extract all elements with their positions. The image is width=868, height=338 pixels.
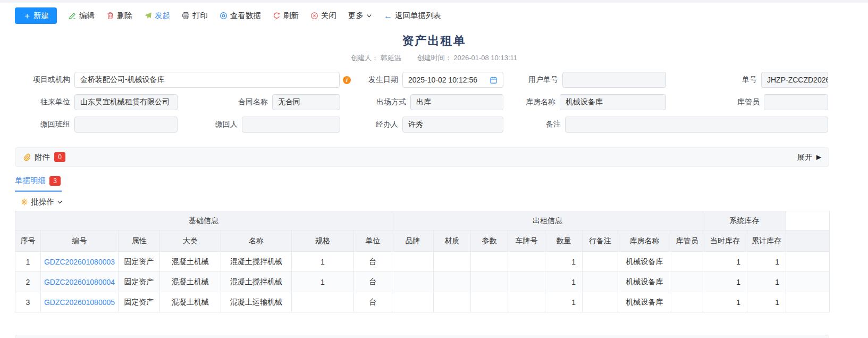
plus-icon: ＋ [23,12,31,20]
field-project: 项目或机构 金桥装配公司-机械设备库 i [16,72,351,88]
table-cell-filler [786,292,830,312]
tab-detail[interactable]: 单据明细 3 [15,175,62,192]
column-header: 编号 [41,230,119,252]
table-cell: 台 [354,292,392,312]
remark-input[interactable] [565,117,828,133]
column-header: 属性 [119,230,160,252]
expand-button[interactable]: 展开 ▶ [797,152,821,162]
table-cell: 1 [747,252,786,272]
field-user-doc-no: 用户单号 [505,72,667,88]
field-exit-method: 出场方式 出库 [351,94,505,110]
table-cell: 混凝土运输机械 [221,292,292,312]
view-data-icon [220,12,227,20]
occur-date-label: 发生日期 [368,75,398,85]
column-header: 参数 [471,230,508,252]
table-cell: 1 [292,252,354,272]
delete-button[interactable]: 删除 [106,11,132,21]
asset-code-link[interactable]: GDZC202601080003 [41,252,119,272]
print-button[interactable]: 打印 [182,11,208,21]
refresh-button[interactable]: 刷新 [273,11,299,21]
user-doc-no-label: 用户单号 [528,75,558,85]
project-label: 项目或机构 [16,75,70,85]
column-header: 车牌号 [508,230,545,252]
column-header: 累计库存 [747,230,786,252]
table-cell [292,292,354,312]
asset-code-link[interactable]: GDZC202601080005 [41,292,119,312]
table-cell [434,292,471,312]
return-team-input[interactable] [74,117,178,133]
table-cell: 2 [15,272,41,292]
column-header: 数量 [545,230,583,252]
next-section-bar[interactable] [15,335,829,338]
created-time-info: 创建时间： 2026-01-08 10:13:11 [417,53,517,63]
new-button[interactable]: ＋新建 [15,7,57,24]
table-cell [508,272,545,292]
launch-button[interactable]: 发起 [144,11,170,21]
field-warehouse-keeper: 库管员 [667,94,828,110]
table-cell: 机械设备库 [618,252,671,272]
batch-ops-button[interactable]: 批操作 [20,197,868,207]
counterparty-input[interactable]: 山东昊宜机械租赁有限公司 [74,94,178,110]
table-cell: 1 [747,292,786,312]
detail-count-badge: 3 [49,176,61,186]
view-data-button[interactable]: 查看数据 [220,11,261,21]
table-cell [508,252,545,272]
table-cell: 固定资产 [119,292,160,312]
table-row: 3GDZC202601080005固定资产混凝土机械混凝土运输机械台1机械设备库… [15,292,830,312]
column-header: 序号 [15,230,41,252]
calendar-icon[interactable] [490,76,498,84]
edit-button[interactable]: 编辑 [69,11,95,21]
group-header: 基础信息 [15,211,392,230]
exit-method-input[interactable]: 出库 [410,94,503,110]
table-cell: 3 [15,292,41,312]
contract-label: 合同名称 [238,97,268,107]
column-header: 材质 [434,230,471,252]
asset-code-link[interactable]: GDZC202601080004 [41,272,119,292]
field-remark: 备注 [505,117,828,133]
table-cell [583,272,618,292]
table-cell [671,292,703,312]
group-header: 出租信息 [392,211,703,230]
field-counterparty: 往来单位 山东昊宜机械租赁有限公司 [16,94,181,110]
info-icon[interactable]: i [343,76,351,84]
project-input[interactable]: 金桥装配公司-机械设备库 [74,72,340,88]
table-cell: 机械设备库 [618,292,671,312]
back-to-list-button[interactable]: ← 返回单据列表 [384,11,441,21]
attachments-bar[interactable]: 附件 0 展开 ▶ [15,147,829,167]
table-cell [508,292,545,312]
table-cell: 固定资产 [119,252,160,272]
column-header: 大类 [160,230,221,252]
table-row: 1GDZC202601080003固定资产混凝土机械混凝土搅拌机械1台1机械设备… [15,252,830,272]
warehouse-keeper-label: 库管员 [737,97,760,107]
occur-date-input[interactable]: 2025-10-02 10:12:56 [402,72,503,88]
trash-icon [106,12,114,20]
close-circle-icon [310,12,318,20]
user-doc-no-input[interactable] [562,72,666,88]
more-button[interactable]: 更多 [348,11,372,21]
table-cell: 混凝土机械 [160,272,221,292]
back-arrow-icon: ← [384,12,392,20]
field-occur-date: 发生日期 2025-10-02 10:12:56 [351,72,505,88]
table-cell: 台 [354,252,392,272]
contract-input[interactable]: 无合同 [272,94,340,110]
table-cell: 混凝土搅拌机械 [221,272,292,292]
warehouse-input[interactable]: 机械设备库 [560,94,666,110]
attachments-count-badge: 0 [54,152,65,162]
close-button[interactable]: 关闭 [310,11,336,21]
table-cell: 1 [747,272,786,292]
table-cell [392,292,434,312]
handler-input[interactable]: 许秀 [402,117,503,133]
table-cell: 1 [703,292,747,312]
doc-no-label: 单号 [742,75,757,85]
toolbar: ＋新建 编辑 删除 发起 打印 查看数据 刷新 关闭 更多 ← 返回单据列表 [0,3,868,29]
table-cell [392,252,434,272]
warehouse-keeper-input[interactable] [764,94,828,110]
return-person-label: 缴回人 [215,120,238,129]
field-return-team: 缴回班组 [16,117,181,133]
table-cell [434,272,471,292]
creator-info: 创建人： 韩延温 [351,53,401,63]
table-cell-filler [786,252,830,272]
chevron-down-icon [57,199,63,205]
return-person-input[interactable] [242,117,340,133]
doc-no-input[interactable]: JHZP-ZCCZD20260000001 [761,72,828,88]
